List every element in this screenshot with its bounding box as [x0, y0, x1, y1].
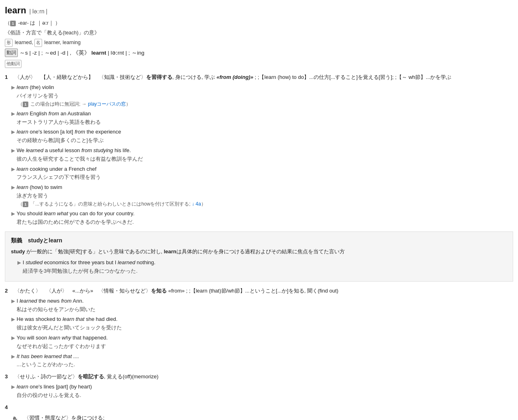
synonym-desc: study が一般的に「勉強[研究]する」という意味であるのに対し, learn… — [11, 247, 507, 256]
dictionary-entry: learn | ləːrn | （1 -ear- は ｜əːr｜ ） 《俗語・方… — [5, 3, 513, 420]
pronunciation: | ləːrn | — [30, 7, 48, 16]
pos-badge-verb: 動詞 — [5, 49, 18, 57]
example-ann: ▶I learned the news from Ann. 私はその知らせをアン… — [11, 297, 513, 314]
note-icon-violin: 1 — [23, 102, 28, 107]
example-learned-that: ▶It has been learned that .... ...ということが… — [11, 352, 513, 369]
example-violin: ▶learn (the) violin バイオリンを習う （1 この場合は時に無… — [11, 83, 513, 108]
sense-4-header: 4 — [5, 403, 513, 412]
meta-note2: 《俗語・方言で「教える(teach)」の意》 — [5, 29, 513, 37]
sense-3: 3 〈せりふ・詩の一節など〉を暗記する, 覚える(off)(memorize) … — [5, 372, 513, 400]
other-badge: 他動詞 — [5, 60, 21, 68]
example-english: ▶learn English from an Australian オーストラリ… — [11, 110, 513, 127]
word-title: learn — [5, 3, 26, 17]
sense-4: 4 a. 〈習慣・態度など〉を身につける; 【learn to do】（好ましい… — [5, 403, 513, 420]
name-badge: 名 — [34, 39, 42, 47]
example-why: ▶You will soon learn why that happened. … — [11, 334, 513, 351]
example-lines: ▶learn one's lines [part] (by heart) 自分の… — [11, 383, 513, 400]
example-lesson: ▶learn one's lesson [a lot] from the exp… — [11, 128, 513, 145]
corpus-link[interactable]: playコーパスの窓 — [88, 101, 126, 107]
form-badge: 形 — [5, 39, 13, 47]
sense-4a-header: a. 〈習慣・態度など〉を身につける; 【learn to do】（好ましい結果… — [13, 414, 513, 420]
example-cooking: ▶learn cooking under a French chef フランス人… — [11, 165, 513, 182]
sense-2: 2 〈かたく〉 〈人が〉 «...から» 〈情報・知らせなど〉を知る «from… — [5, 286, 513, 369]
sense-4a: a. 〈習慣・態度など〉を身につける; 【learn to do】（好ましい結果… — [13, 414, 513, 420]
example-swim: ▶learn (how) to swim 泳ぎ方を習う （1 「...するように… — [11, 183, 513, 208]
note-icon-swim: 1 — [23, 202, 28, 207]
synonym-box: 類義 studyとlearn study が一般的に「勉強[研究]する」という意… — [5, 231, 513, 282]
example-country: ▶You should learn what you can do for yo… — [11, 210, 513, 227]
inflection-forms: ～s | -z | ; ～ed | -d | , 《英》 learnt | lə… — [19, 49, 144, 57]
sense-1-header: 1 〈人が〉 【人・経験などから】 〈知識・技術など〉を習得する, 身につける,… — [5, 73, 513, 82]
example-died: ▶He was shocked to learn that she had di… — [11, 315, 513, 332]
meta-note1: （1 -ear- は ｜əːr｜ ） — [5, 19, 513, 27]
sense-3-header: 3 〈せりふ・詩の一節など〉を暗記する, 覚える(off)(memorize) — [5, 372, 513, 381]
sense-4a-link[interactable]: ↓ 4a — [192, 201, 201, 207]
example-studied: ▶We learned a useful lesson from studyin… — [11, 146, 513, 163]
sense-2-header: 2 〈かたく〉 〈人が〉 «...から» 〈情報・知らせなど〉を知る «from… — [5, 286, 513, 295]
synonym-title: 類義 studyとlearn — [11, 236, 507, 245]
inflection-line: 動詞 ～s | -z | ; ～ed | -d | , 《英》 learnt |… — [5, 49, 513, 57]
synonym-example: ▶I studied economics for three years but… — [17, 259, 507, 276]
other-badge-wrapper: 他動詞 — [5, 59, 513, 70]
meta-forms: 形 learned, 名 learner, learning — [5, 38, 513, 47]
note-icon-1: 1 — [10, 21, 16, 26]
sense-1: 1 〈人が〉 【人・経験などから】 〈知識・技術など〉を習得する, 身につける,… — [5, 73, 513, 227]
header-row: learn | ləːrn | — [5, 3, 513, 17]
